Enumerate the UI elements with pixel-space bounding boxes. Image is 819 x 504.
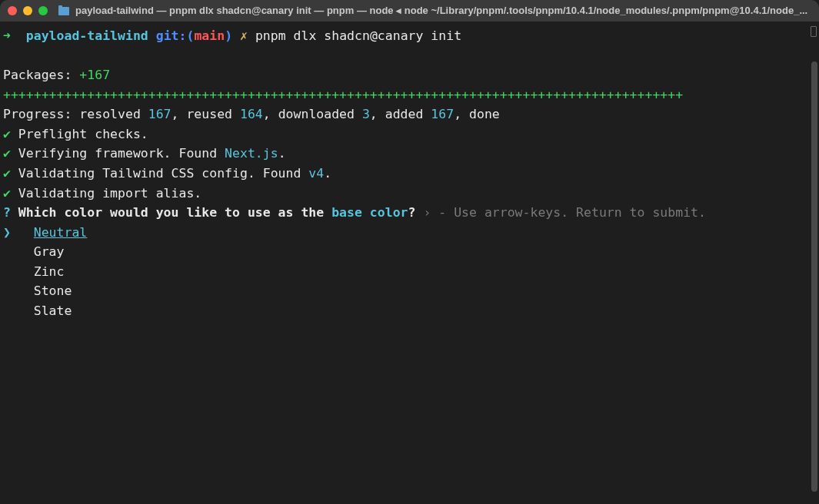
hint-dash: -	[438, 205, 454, 220]
titlebar[interactable]: payload-tailwind — pnpm dlx shadcn@canar…	[0, 0, 819, 22]
progress-done: , done	[454, 107, 500, 121]
maximize-icon[interactable]	[38, 6, 48, 15]
packages-line: Packages: +167	[3, 65, 816, 85]
close-icon[interactable]	[8, 6, 17, 15]
option-selected-line[interactable]: ❯ Neutral	[3, 223, 816, 243]
period: .	[278, 146, 286, 161]
git-paren-close: )	[225, 28, 232, 43]
progress-bar-row: ++++++++++++++++++++++++++++++++++++++++…	[3, 85, 816, 105]
prompt-question-line: ? Which color would you like to use as t…	[3, 203, 816, 223]
hint-arrow: ›	[415, 205, 438, 220]
check-tailwind: ✔ Validating Tailwind CSS config. Found …	[3, 164, 816, 184]
check-framework: ✔ Verifying framework. Found Next.js.	[3, 144, 816, 164]
packages-label: Packages:	[3, 68, 79, 82]
command-text: pnpm dlx shadcn@canary init	[255, 28, 461, 43]
hint-text: Use arrow-keys. Return to submit.	[454, 205, 706, 220]
question-qmark: ?	[408, 205, 416, 220]
option-line[interactable]: Zinc	[3, 262, 816, 282]
progress-line: Progress: resolved 167, reused 164, down…	[3, 104, 816, 124]
scrollbar-thumb[interactable]	[811, 61, 817, 492]
option-zinc[interactable]: Zinc	[34, 264, 65, 279]
terminal-body[interactable]: ➜ payload-tailwind git:(main) ✗ pnpm dlx…	[0, 22, 819, 504]
question-text: Which color would you like to use as the	[11, 205, 331, 220]
framework-name: Next.js	[225, 146, 278, 161]
check-import-alias-text: Validating import alias.	[11, 186, 201, 201]
tailwind-version: v4	[308, 166, 324, 181]
prompt-arrow-icon: ➜	[3, 28, 11, 43]
progress-resolved: 167	[148, 107, 171, 121]
progress-downloaded-label: , downloaded	[263, 107, 362, 121]
check-icon: ✔	[3, 146, 11, 161]
check-icon: ✔	[3, 166, 11, 181]
git-paren-open: (	[186, 28, 194, 43]
check-preflight: ✔ Preflight checks.	[3, 124, 816, 144]
progress-added: 167	[431, 107, 454, 121]
blank-line	[3, 46, 816, 66]
prompt-line: ➜ payload-tailwind git:(main) ✗ pnpm dlx…	[3, 26, 816, 46]
progress-reused-label: , reused	[171, 107, 240, 121]
window-title: payload-tailwind — pnpm dlx shadcn@canar…	[75, 3, 811, 18]
option-neutral[interactable]: Neutral	[34, 225, 88, 240]
check-import-alias: ✔ Validating import alias.	[3, 184, 816, 204]
option-gray[interactable]: Gray	[34, 244, 65, 259]
dirty-icon: ✗	[240, 28, 248, 43]
question-icon: ?	[3, 205, 11, 220]
period: .	[324, 166, 331, 181]
git-label: git:	[156, 28, 187, 43]
check-tailwind-text: Validating Tailwind CSS config. Found	[11, 166, 308, 181]
progress-downloaded: 3	[362, 107, 370, 121]
folder-icon	[58, 7, 69, 15]
minimize-icon[interactable]	[23, 6, 32, 15]
progress-prefix: Progress: resolved	[3, 107, 148, 121]
base-color-text: base color	[331, 205, 408, 220]
cwd-name: payload-tailwind	[26, 28, 148, 43]
packages-count: +167	[79, 68, 110, 82]
check-preflight-text: Preflight checks.	[11, 127, 148, 141]
option-stone[interactable]: Stone	[34, 284, 72, 298]
check-icon: ✔	[3, 186, 11, 201]
git-branch: main	[194, 28, 225, 43]
progress-added-label: , added	[370, 107, 431, 121]
option-slate[interactable]: Slate	[34, 303, 72, 318]
option-line[interactable]: Stone	[3, 281, 816, 301]
option-line[interactable]: Slate	[3, 301, 816, 321]
check-framework-text: Verifying framework. Found	[11, 146, 225, 161]
progress-reused: 164	[240, 107, 263, 121]
scrollbar-track[interactable]	[811, 23, 817, 502]
traffic-lights	[8, 6, 48, 15]
selector-arrow-icon: ❯	[3, 225, 11, 240]
option-line[interactable]: Gray	[3, 242, 816, 262]
check-icon: ✔	[3, 127, 11, 141]
